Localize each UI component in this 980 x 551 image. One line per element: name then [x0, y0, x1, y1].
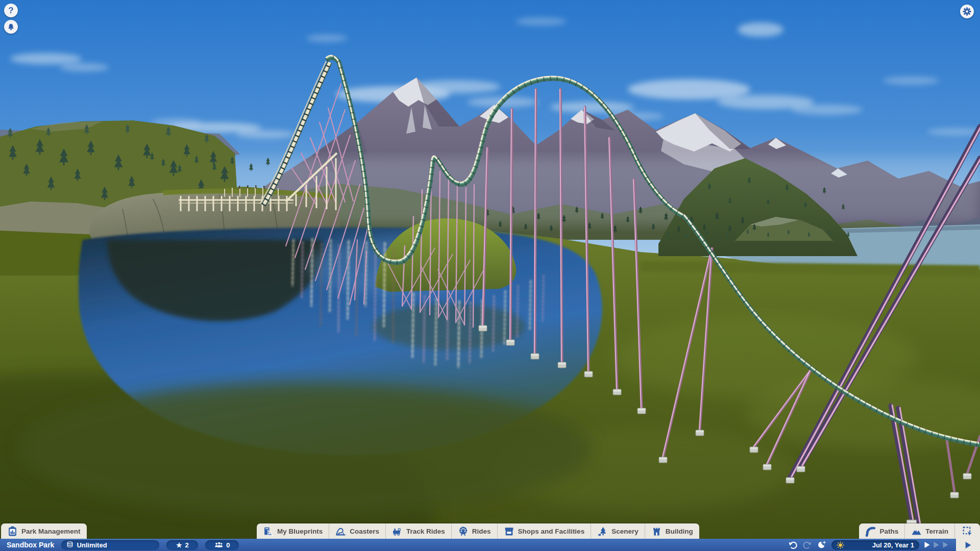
- redo-button[interactable]: [802, 541, 812, 549]
- park-name: Sandbox Park: [7, 541, 54, 549]
- blueprint-icon: [263, 526, 274, 537]
- toolbar-right-group: Paths Terrain: [859, 523, 980, 539]
- guest-count-value: 0: [226, 541, 230, 549]
- speed-fastest-button[interactable]: [942, 541, 949, 548]
- path-icon: [865, 526, 876, 537]
- mountain-icon: [911, 526, 922, 537]
- tab-label: My Blueprints: [277, 528, 323, 535]
- toolbar-left-group: Park Management: [1, 523, 87, 539]
- date-pill[interactable]: Jul 20, Year 1: [831, 540, 919, 550]
- undo-button[interactable]: [788, 541, 798, 549]
- sun-icon: [837, 541, 844, 549]
- scene-viewport[interactable]: [0, 0, 980, 551]
- money-pill[interactable]: Unlimited: [61, 540, 159, 550]
- tab-coasters[interactable]: Coasters: [329, 523, 386, 539]
- shop-icon: [504, 526, 514, 537]
- play-pause-button[interactable]: [956, 539, 980, 551]
- tab-label: Coasters: [350, 528, 379, 535]
- coins-icon: [66, 541, 74, 548]
- tab-scenery[interactable]: Scenery: [591, 523, 645, 539]
- bell-icon: [7, 23, 15, 31]
- money-value: Unlimited: [77, 541, 107, 549]
- tree-icon: [597, 526, 608, 537]
- toolbar-center-group: My Blueprints Coasters Track Rides: [257, 523, 699, 539]
- guest-count-pill[interactable]: 0: [205, 540, 239, 550]
- tab-shops-and-facilities[interactable]: Shops and Facilities: [498, 523, 592, 539]
- statusbar-left: Sandbox Park Unlimited ★ 2: [0, 540, 239, 550]
- speed-normal-button[interactable]: [924, 541, 930, 548]
- tab-paths[interactable]: Paths: [859, 523, 905, 539]
- tab-label: Track Rides: [406, 528, 445, 535]
- tab-label: Park Management: [21, 528, 81, 535]
- notifications-button[interactable]: [4, 20, 18, 34]
- tab-my-blueprints[interactable]: My Blueprints: [257, 523, 329, 539]
- tab-park-management[interactable]: Park Management: [1, 523, 87, 539]
- park-management-icon: [7, 526, 18, 537]
- castle-icon: [651, 526, 662, 537]
- ferris-wheel-icon: [458, 526, 469, 537]
- tab-building[interactable]: Building: [645, 523, 699, 539]
- day-night-toggle-button[interactable]: [817, 540, 827, 549]
- help-button[interactable]: ?: [4, 4, 18, 17]
- train-icon: [392, 526, 403, 537]
- marquee-select-icon: [962, 526, 973, 537]
- park-rating-value: 2: [185, 541, 189, 549]
- tab-multi-select[interactable]: [955, 523, 980, 539]
- park-rating-pill[interactable]: ★ 2: [166, 540, 198, 550]
- tab-label: Scenery: [611, 528, 639, 535]
- coaster-icon: [335, 526, 346, 537]
- tab-label: Terrain: [925, 528, 948, 535]
- tab-terrain[interactable]: Terrain: [905, 523, 955, 539]
- tab-rides[interactable]: Rides: [452, 523, 498, 539]
- play-icon: [965, 541, 972, 549]
- question-mark-icon: ?: [8, 6, 13, 16]
- tab-track-rides[interactable]: Track Rides: [386, 523, 452, 539]
- statusbar: Sandbox Park Unlimited ★ 2: [0, 539, 980, 551]
- gear-icon: [963, 7, 971, 16]
- date-value: Jul 20, Year 1: [872, 541, 914, 549]
- star-icon: ★: [176, 542, 182, 548]
- settings-button[interactable]: [960, 5, 974, 18]
- tab-label: Paths: [879, 528, 898, 535]
- speed-fast-button[interactable]: [933, 541, 940, 548]
- tab-label: Rides: [472, 528, 491, 535]
- guests-icon: [214, 542, 223, 548]
- tab-label: Building: [666, 528, 693, 535]
- tab-label: Shops and Facilities: [518, 528, 585, 535]
- statusbar-right: Jul 20, Year 1: [788, 539, 980, 551]
- planet-coaster-window: ? Park Management: [0, 0, 980, 551]
- waterline-blend: [20, 383, 592, 515]
